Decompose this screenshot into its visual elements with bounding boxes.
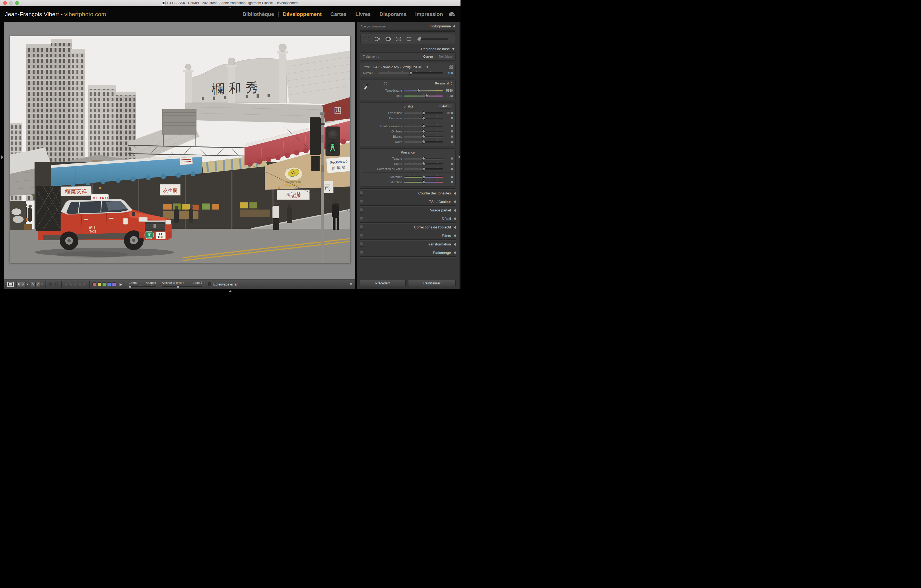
contrast-slider[interactable] bbox=[404, 116, 443, 120]
module-book[interactable]: Livres bbox=[354, 11, 372, 17]
hide-top-panel-arrow-icon[interactable] bbox=[229, 7, 232, 8]
profile-value[interactable]: 6332 - Nikon Z Any - Strong Red B45 bbox=[373, 65, 423, 68]
split-view-button[interactable]: YY bbox=[31, 282, 40, 287]
module-map[interactable]: Cartes bbox=[329, 11, 348, 17]
contrast-value[interactable]: 0 bbox=[443, 117, 453, 120]
color-label-blue[interactable] bbox=[107, 282, 111, 286]
histogram-panel-header[interactable]: Histogramme bbox=[430, 24, 455, 28]
clarity-value[interactable]: 0 bbox=[443, 162, 453, 165]
profile-amount-value[interactable]: 100 bbox=[443, 71, 453, 75]
photo-canvas[interactable]: 欄和秀 bbox=[10, 36, 350, 263]
module-slideshow[interactable]: Diaporama bbox=[378, 11, 407, 17]
reject-flag-icon[interactable] bbox=[55, 282, 59, 286]
vibrance-slider[interactable] bbox=[404, 175, 443, 179]
grid-size-slider[interactable] bbox=[162, 285, 202, 288]
treatment-color-option[interactable]: Couleur bbox=[423, 55, 434, 58]
wb-eyedropper-icon[interactable] bbox=[363, 82, 369, 90]
before-after-view-button[interactable]: RA bbox=[16, 282, 26, 287]
adjustment-brush-icon[interactable] bbox=[417, 36, 449, 42]
before-after-dropdown-icon[interactable] bbox=[26, 283, 29, 285]
panel-toggle-switch[interactable] bbox=[360, 234, 363, 238]
reset-button[interactable]: Réinitialiser bbox=[408, 280, 456, 287]
color-label-purple[interactable] bbox=[112, 282, 116, 286]
temperature-slider[interactable] bbox=[404, 89, 443, 92]
panel-transform[interactable]: Transformation bbox=[360, 241, 456, 248]
panel-detail[interactable]: Détail bbox=[360, 215, 456, 222]
highlights-value[interactable]: 0 bbox=[443, 124, 453, 128]
show-filmstrip-arrow-icon[interactable] bbox=[228, 290, 232, 292]
texture-value[interactable]: 0 bbox=[443, 157, 453, 160]
soft-proof-checkbox[interactable] bbox=[208, 282, 212, 286]
auto-tone-button[interactable]: Auto bbox=[438, 104, 453, 109]
whites-value[interactable]: 0 bbox=[443, 135, 453, 138]
exposure-value[interactable]: 0,00 bbox=[443, 111, 453, 115]
panel-toggle-switch[interactable] bbox=[360, 225, 363, 230]
module-library[interactable]: Bibliothèque bbox=[241, 11, 275, 17]
panel-hsl-color[interactable]: TSL / Couleur bbox=[360, 198, 456, 205]
slideshow-play-icon[interactable]: ▶ bbox=[119, 282, 122, 286]
module-print[interactable]: Impression bbox=[414, 11, 444, 17]
zoom-label[interactable]: Zoom bbox=[129, 281, 137, 284]
fit-label[interactable]: Adapter bbox=[146, 281, 156, 284]
profile-amount-label: Niveau bbox=[363, 71, 378, 75]
exposure-slider[interactable] bbox=[404, 111, 443, 115]
panel-split-toning[interactable]: Virage partiel bbox=[360, 207, 456, 214]
saturation-value[interactable]: 0 bbox=[443, 181, 453, 184]
graduated-filter-icon[interactable] bbox=[395, 36, 402, 42]
tint-value[interactable]: + 28 bbox=[443, 94, 453, 97]
clarity-slider[interactable] bbox=[404, 162, 443, 165]
shadows-value[interactable]: 0 bbox=[443, 130, 453, 133]
dehaze-slider[interactable] bbox=[404, 167, 443, 171]
panel-toggle-switch[interactable] bbox=[360, 200, 363, 204]
highlights-label: Hautes lumières bbox=[363, 124, 404, 128]
panel-toggle-switch[interactable] bbox=[360, 208, 363, 213]
panel-effects[interactable]: Effets bbox=[360, 232, 456, 239]
star-rating[interactable]: ★★★★★ bbox=[64, 282, 87, 287]
panel-toggle-switch[interactable] bbox=[360, 251, 363, 255]
blacks-value[interactable]: 0 bbox=[443, 140, 453, 143]
spot-removal-icon[interactable] bbox=[374, 36, 381, 42]
color-label-green[interactable] bbox=[102, 282, 106, 286]
texture-slider[interactable] bbox=[404, 156, 443, 160]
hide-right-panel-arrow-icon[interactable] bbox=[459, 155, 460, 158]
radial-filter-icon[interactable] bbox=[406, 36, 412, 42]
previous-button[interactable]: Précédent bbox=[360, 280, 406, 287]
panel-toggle-switch[interactable] bbox=[360, 217, 363, 221]
panel-lens-corrections[interactable]: Corrections de l'objectif bbox=[360, 223, 456, 231]
crop-overlay-icon[interactable] bbox=[364, 36, 370, 42]
tint-slider[interactable] bbox=[404, 94, 443, 97]
panel-toggle-switch[interactable] bbox=[360, 191, 363, 195]
profile-dropdown-arrows-icon[interactable] bbox=[426, 65, 428, 68]
temperature-value[interactable]: 5550 bbox=[443, 89, 453, 92]
panel-calibration[interactable]: Etalonnage bbox=[360, 249, 456, 256]
blacks-slider[interactable] bbox=[404, 140, 443, 143]
vibrance-value[interactable]: 0 bbox=[443, 175, 453, 179]
red-eye-icon[interactable] bbox=[385, 36, 391, 42]
pick-flag-icon[interactable] bbox=[49, 282, 53, 286]
panel-tone-curve[interactable]: Courbe des tonalités bbox=[360, 189, 456, 197]
highlights-slider[interactable] bbox=[404, 124, 443, 128]
whites-slider[interactable] bbox=[404, 135, 443, 138]
toolbar-options-icon[interactable]: ▽ bbox=[350, 282, 352, 286]
profile-amount-slider[interactable] bbox=[378, 71, 443, 75]
smart-preview-status[interactable]: Aperçu dynamique bbox=[360, 25, 386, 28]
wb-preset-select[interactable]: Personnal. bbox=[435, 82, 452, 85]
loupe-view-button[interactable] bbox=[7, 282, 14, 287]
module-develop[interactable]: Développement bbox=[282, 11, 323, 17]
treatment-bw-option[interactable]: Noir/blanc bbox=[439, 55, 452, 58]
histogram-collapsed-bar[interactable] bbox=[360, 30, 455, 32]
profile-browser-icon[interactable] bbox=[449, 65, 453, 69]
show-left-panel-arrow-icon[interactable] bbox=[1, 155, 3, 159]
soft-proof-label[interactable]: Epreuvage écran bbox=[213, 282, 238, 286]
color-label-red[interactable] bbox=[93, 282, 96, 286]
sync-cloud-icon[interactable] bbox=[448, 12, 456, 16]
dehaze-value[interactable]: 0 bbox=[443, 167, 453, 171]
grid-mode-select[interactable]: Auto bbox=[194, 281, 203, 284]
basic-panel-header[interactable]: Réglages de base bbox=[357, 46, 458, 52]
shadows-slider[interactable] bbox=[404, 129, 443, 133]
panel-toggle-switch[interactable] bbox=[360, 242, 363, 246]
zoom-slider[interactable] bbox=[129, 285, 156, 288]
split-view-dropdown-icon[interactable] bbox=[41, 283, 43, 285]
color-label-yellow[interactable] bbox=[97, 282, 101, 286]
saturation-slider[interactable] bbox=[404, 180, 443, 184]
